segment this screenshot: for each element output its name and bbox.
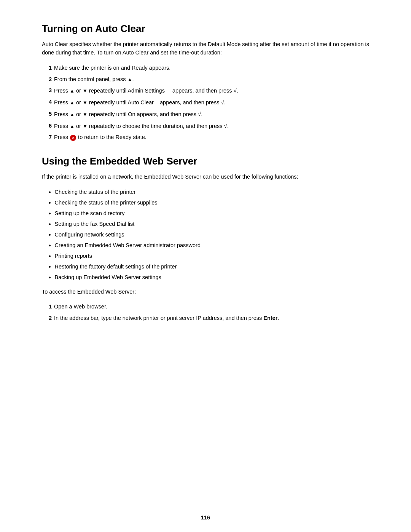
down-arrow-icon: ▼ xyxy=(83,123,88,130)
bullet-item-text: Checking the status of the printer xyxy=(55,188,136,197)
down-arrow-icon: ▼ xyxy=(83,99,88,107)
step-1-content: Make sure the printer is on and Ready ap… xyxy=(54,64,369,72)
step-1: 1 Make sure the printer is on and Ready … xyxy=(42,64,369,72)
step-6-num: 6 xyxy=(42,122,54,130)
step-2: 2 From the control panel, press ▲. xyxy=(42,75,369,84)
checkmark-icon: √ xyxy=(224,123,227,129)
checkmark-icon: √ xyxy=(221,99,224,105)
step-7-content: Press ✕ to return to the Ready state. xyxy=(54,133,369,142)
up-arrow-icon: ▲ xyxy=(70,99,75,107)
step-1-num: 1 xyxy=(42,64,54,72)
bullet-item: Setting up the scan directory xyxy=(49,209,369,218)
bullet-item: Checking the status of the printer xyxy=(49,188,369,197)
bullet-item: Restoring the factory default settings o… xyxy=(49,263,369,272)
up-arrow-icon: ▲ xyxy=(127,76,132,83)
bullet-item: Checking the status of the printer suppl… xyxy=(49,199,369,208)
step-5-content: Press ▲ or ▼ repeatedly until On appears… xyxy=(54,110,369,119)
bullet-item: Configuring network settings xyxy=(49,231,369,240)
step-6: 6 Press ▲ or ▼ repeatedly to choose the … xyxy=(42,122,369,131)
access-step-1: 1 Open a Web browser. xyxy=(42,303,369,311)
section1-intro: Auto Clear specifies whether the printer… xyxy=(42,40,369,57)
bullet-item-text: Printing reports xyxy=(55,252,92,260)
step-5-num: 5 xyxy=(42,110,54,118)
step-6-content: Press ▲ or ▼ repeatedly to choose the ti… xyxy=(54,122,369,131)
checkmark-icon: √ xyxy=(233,88,236,94)
step-5: 5 Press ▲ or ▼ repeatedly until On appea… xyxy=(42,110,369,119)
bullet-item-text: Checking the status of the printer suppl… xyxy=(55,199,158,207)
access-step-2-num: 2 xyxy=(42,314,54,323)
cancel-icon: ✕ xyxy=(70,135,76,141)
section2-bullet-list: Checking the status of the printer Check… xyxy=(49,188,369,282)
step-2-num: 2 xyxy=(42,75,54,84)
down-arrow-icon: ▼ xyxy=(83,87,88,95)
step-7-num: 7 xyxy=(42,133,54,142)
step-3-num: 3 xyxy=(42,86,54,95)
bullet-item: Creating an Embedded Web Server administ… xyxy=(49,241,369,250)
section2-steps-list: 1 Open a Web browser. 2 In the address b… xyxy=(42,303,369,323)
bullet-item: Backing up Embedded Web Server settings xyxy=(49,273,369,282)
down-arrow-icon: ▼ xyxy=(83,111,88,118)
step-4: 4 Press ▲ or ▼ repeatedly until Auto Cle… xyxy=(42,98,369,107)
bullet-item-text: Backing up Embedded Web Server settings xyxy=(55,273,161,282)
bullet-item-text: Configuring network settings xyxy=(55,231,124,239)
step-4-content: Press ▲ or ▼ repeatedly until Auto Clear… xyxy=(54,98,369,107)
checkmark-icon: √ xyxy=(198,111,201,117)
bullet-item-text: Setting up the scan directory xyxy=(55,209,125,218)
bullet-item-text: Creating an Embedded Web Server administ… xyxy=(55,241,201,250)
section2-access-intro: To access the Embedded Web Server: xyxy=(42,288,369,296)
section2-intro: If the printer is installed on a network… xyxy=(42,173,369,181)
bullet-item-text: Setting up the fax Speed Dial list xyxy=(55,220,135,228)
section1-steps-list: 1 Make sure the printer is on and Ready … xyxy=(42,64,369,142)
step-4-num: 4 xyxy=(42,98,54,107)
access-step-1-num: 1 xyxy=(42,303,54,311)
enter-bold: Enter xyxy=(263,315,277,321)
step-2-content: From the control panel, press ▲. xyxy=(54,75,369,84)
page-footer: 116 xyxy=(42,514,369,532)
access-step-1-content: Open a Web browser. xyxy=(54,303,369,311)
up-arrow-icon: ▲ xyxy=(70,87,75,95)
up-arrow-icon: ▲ xyxy=(70,123,75,130)
access-step-2-content: In the address bar, type the network pri… xyxy=(54,314,369,323)
section2-title: Using the Embedded Web Server xyxy=(42,155,369,167)
step-7: 7 Press ✕ to return to the Ready state. xyxy=(42,133,369,142)
step-3: 3 Press ▲ or ▼ repeatedly until Admin Se… xyxy=(42,86,369,95)
bullet-item-text: Restoring the factory default settings o… xyxy=(55,263,177,271)
page-number: 116 xyxy=(201,514,210,521)
bullet-item: Setting up the fax Speed Dial list xyxy=(49,220,369,229)
bullet-item: Printing reports xyxy=(49,252,369,261)
access-step-2: 2 In the address bar, type the network p… xyxy=(42,314,369,323)
step-3-content: Press ▲ or ▼ repeatedly until Admin Sett… xyxy=(54,86,369,95)
up-arrow-icon: ▲ xyxy=(70,111,75,118)
section1-title: Turning on Auto Clear xyxy=(42,23,369,35)
